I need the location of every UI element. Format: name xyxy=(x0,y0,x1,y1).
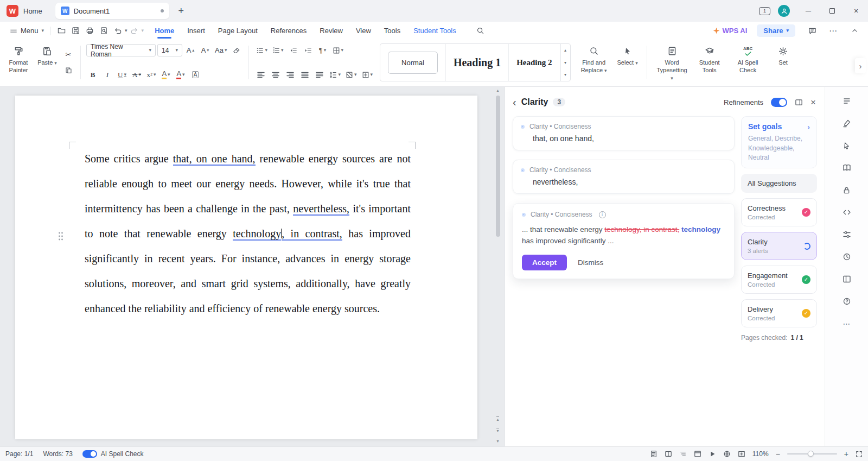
line-spacing-button[interactable]: ▾ xyxy=(328,68,342,81)
borders-button[interactable]: ▾ xyxy=(360,68,375,81)
style-heading1[interactable]: Heading 1 xyxy=(446,44,509,81)
zoom-slider[interactable] xyxy=(787,453,837,454)
comments-button[interactable] xyxy=(805,24,819,37)
menu-button[interactable]: Menu ▾ xyxy=(7,24,47,37)
shading-button[interactable]: ▾ xyxy=(344,68,359,81)
vertical-scrollbar[interactable]: ▴ ▴ ▾ ▾ xyxy=(494,89,502,445)
close-button[interactable]: × xyxy=(844,0,868,22)
page-indicator[interactable]: Page: 1/1 xyxy=(5,450,33,458)
scrollbar-thumb[interactable] xyxy=(496,96,500,237)
fullscreen-icon[interactable] xyxy=(856,451,863,458)
cut-button[interactable]: ✂ xyxy=(62,48,75,61)
more-tools-button[interactable]: ⋯ xyxy=(840,318,853,329)
align-distribute-button[interactable] xyxy=(313,68,326,81)
globe-icon[interactable] xyxy=(723,450,731,458)
suggestion-card[interactable]: Clarity • Conciseness that, on one hand, xyxy=(513,116,735,150)
scroll-up-button[interactable]: ▴ xyxy=(496,89,499,93)
open-file-button[interactable] xyxy=(54,24,68,37)
superscript-button[interactable]: x²▾ xyxy=(145,68,158,81)
zoom-out-button[interactable]: − xyxy=(776,450,780,458)
split-view-button[interactable] xyxy=(840,274,853,285)
previous-page-button[interactable]: ▴ xyxy=(496,416,499,422)
share-button[interactable]: Share ▾ xyxy=(757,24,795,37)
history-button[interactable] xyxy=(840,251,853,262)
tab-tools[interactable]: Tools xyxy=(379,23,406,39)
underline-button[interactable]: U▾ xyxy=(116,68,129,81)
increase-indent-button[interactable] xyxy=(302,44,315,56)
close-panel-button[interactable]: × xyxy=(810,98,816,107)
clarity-underline-1[interactable]: that, on one hand, xyxy=(173,153,256,166)
bullet-list-button[interactable]: ▾ xyxy=(254,44,269,56)
print-button[interactable] xyxy=(82,24,97,37)
home-tab[interactable]: W Home xyxy=(5,5,51,17)
highlighter-button[interactable] xyxy=(840,118,853,129)
wps-ai-button[interactable]: WPS AI xyxy=(713,27,748,35)
ribbon-expand-button[interactable]: › xyxy=(855,58,866,73)
maximize-button[interactable] xyxy=(820,0,844,22)
tab-insert[interactable]: Insert xyxy=(182,23,210,39)
back-button[interactable]: ‹ xyxy=(513,97,516,108)
play-icon[interactable] xyxy=(709,450,716,458)
search-button[interactable] xyxy=(474,24,488,37)
document-page[interactable]: Some critics argue that, on one hand, re… xyxy=(15,96,477,439)
zoom-in-button[interactable]: + xyxy=(844,450,848,458)
outline-view-icon[interactable] xyxy=(679,450,687,458)
accept-button[interactable]: Accept xyxy=(522,255,567,270)
clarity-underline-2[interactable]: nevertheless, xyxy=(293,203,349,216)
paragraph-drag-handle[interactable] xyxy=(58,231,64,243)
category-correctness[interactable]: Correctness Corrected ✓ xyxy=(741,198,817,226)
set-goals-card[interactable]: Set goals › General, Describe, Knowledge… xyxy=(741,116,817,168)
font-size-select[interactable]: 14 ▾ xyxy=(157,44,182,56)
copy-button[interactable] xyxy=(62,64,75,77)
undo-button[interactable] xyxy=(111,24,125,37)
strikethrough-button[interactable]: A▾ xyxy=(130,68,143,81)
read-mode-button[interactable] xyxy=(840,162,853,173)
refinements-toggle[interactable] xyxy=(771,98,787,107)
paragraph-layout-button[interactable]: ▾ xyxy=(331,44,346,56)
tab-student-tools[interactable]: Student Tools xyxy=(408,23,462,39)
settings-truncated-button[interactable]: Set xyxy=(771,42,796,83)
next-page-button[interactable]: ▾ xyxy=(496,428,499,433)
select-tool-button[interactable] xyxy=(840,140,853,151)
paragraph-marks-button[interactable]: ¶▾ xyxy=(316,44,329,56)
gallery-down-button[interactable]: ▾ xyxy=(561,56,570,69)
gallery-up-button[interactable]: ▴ xyxy=(561,44,570,56)
tab-close-dot[interactable] xyxy=(161,9,164,12)
tab-page-layout[interactable]: Page Layout xyxy=(213,23,263,39)
zoom-slider-knob[interactable] xyxy=(808,451,814,457)
decrease-font-button[interactable]: A▾ xyxy=(199,44,212,56)
suggestion-card[interactable]: Clarity • Conciseness nevertheless, xyxy=(513,160,735,194)
tab-view[interactable]: View xyxy=(350,23,376,39)
font-name-select[interactable]: Times New Roman ▾ xyxy=(86,44,156,56)
document-tab[interactable]: W Document1 xyxy=(55,3,169,19)
bold-button[interactable]: B xyxy=(86,68,99,81)
highlight-color-button[interactable]: A▾ xyxy=(159,68,173,81)
tab-references[interactable]: References xyxy=(265,23,312,39)
align-center-button[interactable] xyxy=(269,68,282,81)
category-delivery[interactable]: Delivery Corrected ✓ xyxy=(741,299,817,327)
numbered-list-button[interactable]: ▾ xyxy=(271,44,285,56)
word-typesetting-button[interactable]: Word Typesetting ▾ xyxy=(653,42,692,83)
select-button[interactable]: Select ▾ xyxy=(614,42,641,83)
find-replace-button[interactable]: Find and Replace ▾ xyxy=(576,42,612,83)
info-icon[interactable]: i xyxy=(599,211,606,218)
contents-list-button[interactable] xyxy=(840,96,853,106)
dock-panel-icon[interactable] xyxy=(795,98,803,106)
gallery-expand-button[interactable]: ▾ xyxy=(561,69,570,81)
clarity-underline-3b[interactable]: , in contrast, xyxy=(282,228,342,241)
collapse-ribbon-button[interactable] xyxy=(847,24,861,37)
character-border-button[interactable]: A xyxy=(189,68,202,81)
suggestion-card-expanded[interactable]: Clarity • Conciseness i ... that renewab… xyxy=(513,203,735,279)
style-heading2[interactable]: Heading 2 xyxy=(509,44,560,81)
document-text[interactable]: Some critics argue that, on one hand, re… xyxy=(85,146,411,321)
fit-page-icon[interactable] xyxy=(738,450,745,458)
save-button[interactable] xyxy=(68,24,82,37)
redo-caret-icon[interactable]: ▾ xyxy=(142,28,144,33)
protect-document-button[interactable] xyxy=(840,185,853,195)
align-left-button[interactable] xyxy=(254,68,267,81)
clear-format-button[interactable] xyxy=(230,44,243,56)
italic-button[interactable]: I xyxy=(101,68,114,81)
align-justify-button[interactable] xyxy=(298,68,311,81)
paste-button[interactable]: Paste ▾ xyxy=(35,42,60,83)
tab-review[interactable]: Review xyxy=(314,23,348,39)
